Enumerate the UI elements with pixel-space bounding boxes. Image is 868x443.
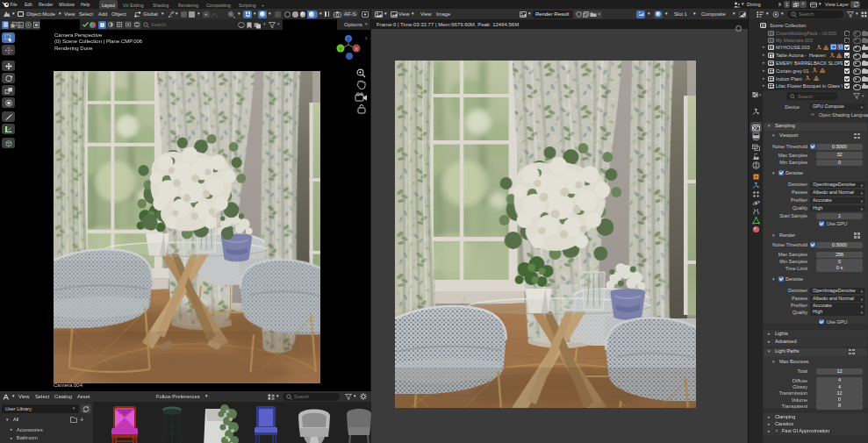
svg-text:X: X [355,46,358,52]
svg-text:Y: Y [339,46,342,52]
svg-text:Z: Z [347,37,350,42]
